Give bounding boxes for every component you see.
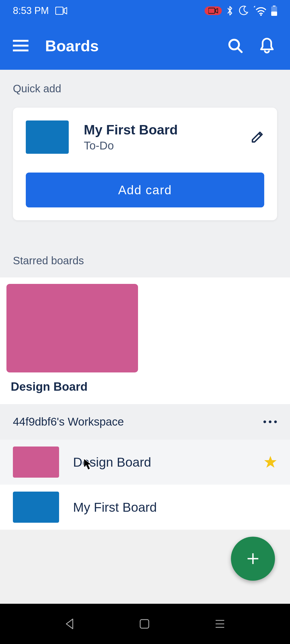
edit-icon[interactable] — [250, 130, 264, 144]
svg-point-12 — [263, 420, 266, 423]
svg-rect-1 — [208, 8, 215, 13]
board-item[interactable]: My First Board — [0, 485, 290, 530]
menu-icon[interactable] — [13, 40, 28, 52]
video-icon — [55, 7, 67, 15]
board-thumb — [13, 447, 59, 478]
overview-icon[interactable] — [215, 619, 225, 628]
workspace-name: 44f9dbf6's Workspace — [13, 415, 124, 428]
quick-add-list-name: To-Do — [84, 139, 250, 152]
fab-add-button[interactable] — [231, 537, 275, 581]
board-name: My First Board — [73, 500, 277, 515]
quick-add-board-name: My First Board — [84, 122, 250, 138]
app-bar: Boards — [0, 21, 290, 70]
status-bar: 8:53 PM — [0, 0, 290, 21]
starred-boards-label: Starred boards — [0, 242, 290, 272]
svg-point-14 — [274, 420, 277, 423]
status-time: 8:53 PM — [13, 5, 49, 16]
starred-board-name: Design Board — [11, 380, 284, 393]
starred-board-thumb[interactable] — [6, 284, 138, 372]
svg-rect-5 — [271, 12, 277, 16]
quick-add-label: Quick add — [0, 70, 290, 100]
quick-add-board-thumb[interactable] — [26, 120, 69, 154]
moon-icon — [238, 5, 249, 16]
quick-add-card: My First Board To-Do Add card — [13, 108, 277, 220]
back-icon[interactable] — [65, 618, 74, 630]
add-card-button[interactable]: Add card — [26, 173, 264, 207]
bluetooth-icon — [227, 5, 233, 16]
page-title: Boards — [45, 37, 228, 55]
android-nav-bar — [0, 604, 290, 644]
svg-point-13 — [269, 420, 271, 423]
board-item[interactable]: Design Board — [0, 440, 290, 485]
svg-point-2 — [260, 14, 262, 16]
workspace-header: 44f9dbf6's Workspace — [0, 404, 290, 440]
board-name: Design Board — [73, 455, 264, 470]
svg-line-10 — [238, 48, 242, 52]
wifi-icon — [253, 6, 266, 16]
more-icon[interactable] — [263, 420, 277, 423]
recording-badge-icon — [205, 6, 222, 15]
star-icon[interactable] — [264, 455, 277, 469]
battery-icon — [271, 6, 277, 16]
bell-icon[interactable] — [260, 38, 274, 54]
home-icon[interactable] — [139, 619, 150, 629]
svg-rect-17 — [140, 620, 149, 628]
search-icon[interactable] — [228, 38, 243, 53]
svg-rect-3 — [273, 6, 276, 6]
svg-rect-0 — [56, 7, 63, 14]
board-thumb — [13, 492, 59, 523]
